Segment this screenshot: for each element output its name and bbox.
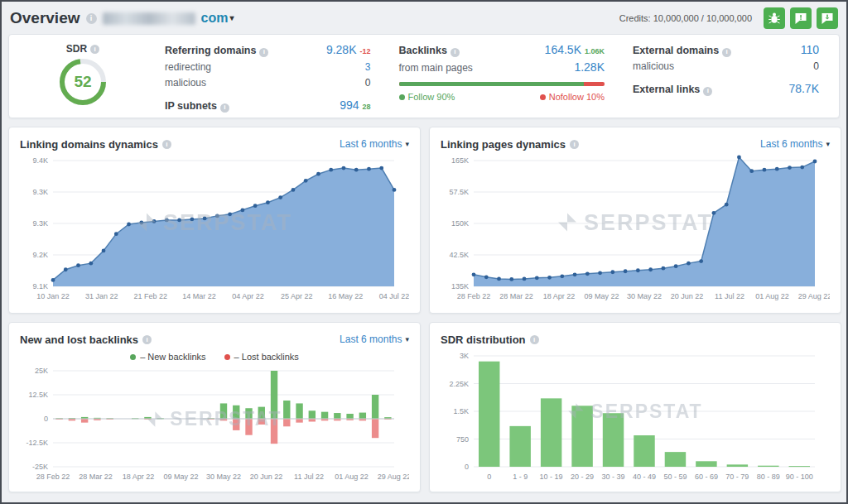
info-icon[interactable] <box>570 140 579 149</box>
referring-domains-value[interactable]: 9.28K <box>326 43 357 56</box>
malicious-label: malicious <box>165 76 206 89</box>
header-right: Credits: 10,000,000 / 10,000,000 <box>619 7 838 29</box>
svg-text:09 May 22: 09 May 22 <box>163 473 198 481</box>
sdr-gauge: 52 <box>58 57 108 107</box>
svg-text:165K: 165K <box>451 156 469 165</box>
svg-text:30 May 22: 30 May 22 <box>206 473 241 481</box>
period-selector[interactable]: Last 6 months ▾ <box>340 138 409 150</box>
info-icon[interactable] <box>162 140 171 149</box>
malicious-domains-row: malicious 0 <box>165 76 371 89</box>
new-backlinks-legend-label: – New backlinks <box>140 352 205 362</box>
domain-dropdown[interactable]: com ▾ <box>201 11 234 26</box>
nofollow-dot <box>540 94 546 100</box>
ip-subnets-value[interactable]: 994 <box>340 98 359 112</box>
sdr-block: SDR 52 <box>29 43 137 107</box>
svg-text:28 Mar 22: 28 Mar 22 <box>79 473 113 481</box>
svg-text:20 Jun 22: 20 Jun 22 <box>250 473 283 481</box>
external-domains-value[interactable]: 110 <box>801 43 819 56</box>
info-icon[interactable] <box>530 335 539 344</box>
feedback-button[interactable] <box>790 7 812 29</box>
svg-text:57.5K: 57.5K <box>449 188 469 196</box>
bug-icon <box>768 12 781 25</box>
backlinks-block: Backlinks 164.5K 1.06K from main pages 1… <box>399 43 605 102</box>
info-icon[interactable] <box>703 87 712 96</box>
svg-text:30 May 22: 30 May 22 <box>627 292 662 300</box>
external-block: External domains 110 malicious 0 Externa… <box>633 43 819 96</box>
external-domains-row: External domains 110 <box>633 43 819 57</box>
linking-pages-card: Linking pages dynamics Last 6 months ▾ S… <box>429 127 841 314</box>
referring-domains-block: Referring domains 9.28K -12 redirecting … <box>165 43 371 113</box>
from-main-pages-value[interactable]: 1.28K <box>574 60 605 74</box>
chevron-down-icon: ▾ <box>229 14 234 22</box>
info-icon[interactable] <box>722 48 731 57</box>
svg-text:1 - 9: 1 - 9 <box>513 473 528 481</box>
top-bar: Overview com ▾ Credits: 10,000,000 / 10,… <box>8 6 840 31</box>
svg-text:20 Jun 22: 20 Jun 22 <box>671 292 704 300</box>
follow-ratio-bar <box>399 82 605 86</box>
svg-text:31 Jan 22: 31 Jan 22 <box>85 292 118 300</box>
linking-pages-title: Linking pages dynamics <box>441 138 566 151</box>
redacted-domain <box>103 12 195 25</box>
svg-text:10 Jan 22: 10 Jan 22 <box>36 292 70 300</box>
malicious-links-row: malicious 0 <box>633 60 819 73</box>
ip-subnets-row: IP subnets 994 28 <box>165 98 371 113</box>
svg-text:20 - 29: 20 - 29 <box>571 473 594 481</box>
svg-text:10 - 19: 10 - 19 <box>540 473 563 481</box>
svg-text:16 May 22: 16 May 22 <box>328 292 363 300</box>
malicious-value: 0 <box>365 76 371 89</box>
svg-text:60 - 69: 60 - 69 <box>695 473 718 481</box>
info-icon[interactable] <box>90 45 99 54</box>
svg-text:30 - 39: 30 - 39 <box>602 473 625 481</box>
redirecting-value[interactable]: 3 <box>365 60 371 74</box>
lost-backlinks-dot <box>224 354 230 360</box>
page-title: Overview <box>10 9 80 27</box>
external-links-row: External links 78.7K <box>633 82 819 96</box>
info-icon[interactable] <box>142 335 152 344</box>
redirecting-label: redirecting <box>165 60 211 74</box>
svg-text:9.3K: 9.3K <box>32 219 48 228</box>
malicious-links-label: malicious <box>633 60 674 73</box>
info-icon[interactable] <box>220 103 229 113</box>
sdr-distribution-chart: SERPSTAT 3K2.25K1.5K750001 - 910 - 1920 … <box>441 349 830 483</box>
svg-text:0: 0 <box>487 473 491 481</box>
svg-text:50 - 59: 50 - 59 <box>663 473 687 481</box>
svg-text:25K: 25K <box>35 367 48 375</box>
info-icon[interactable] <box>86 13 97 24</box>
linking-pages-chart: SERPSTAT 165K57.5K150K42.5K135K28 Feb 22… <box>441 154 830 303</box>
svg-text:40 - 49: 40 - 49 <box>633 473 656 481</box>
external-domains-label: External domains <box>633 44 719 57</box>
svg-text:0: 0 <box>44 415 48 423</box>
backlinks-row: Backlinks 164.5K 1.06K <box>399 43 605 58</box>
follow-label: Follow 90% <box>408 92 455 102</box>
external-links-value[interactable]: 78.7K <box>788 82 819 95</box>
new-lost-backlinks-title: New and lost backlinks <box>20 334 138 346</box>
info-icon[interactable] <box>450 48 460 57</box>
info-icon[interactable] <box>259 48 268 57</box>
chat-download-icon <box>821 12 834 25</box>
svg-text:18 Apr 22: 18 Apr 22 <box>123 473 155 481</box>
new-lost-backlinks-card: New and lost backlinks Last 6 months ▾ –… <box>8 322 421 492</box>
summary-card: SDR 52 Referring domains 9.28K -12 redir <box>8 34 840 118</box>
backlinks-value[interactable]: 164.5K <box>545 43 581 56</box>
svg-text:9.2K: 9.2K <box>32 251 48 259</box>
ip-subnets-delta: 28 <box>362 100 370 113</box>
svg-text:3K: 3K <box>460 352 469 360</box>
header-left: Overview com ▾ <box>10 9 234 27</box>
svg-text:9.1K: 9.1K <box>32 282 48 290</box>
period-label: Last 6 months <box>340 334 402 345</box>
help-chat-button[interactable] <box>817 7 838 29</box>
svg-text:1.5K: 1.5K <box>453 407 469 415</box>
period-selector[interactable]: Last 6 months ▾ <box>760 138 830 150</box>
svg-text:12.5K: 12.5K <box>28 391 48 399</box>
svg-text:2.25K: 2.25K <box>449 380 469 388</box>
svg-text:25 Apr 22: 25 Apr 22 <box>281 292 313 300</box>
bug-report-button[interactable] <box>764 7 785 29</box>
svg-text:9.3K: 9.3K <box>32 188 48 196</box>
from-main-pages-label: from main pages <box>399 61 473 74</box>
from-main-pages-row: from main pages 1.28K <box>399 60 605 74</box>
sdr-distribution-card: SDR distribution SERPSTAT 3K2.25K1.5K750… <box>429 322 841 492</box>
svg-text:14 Mar 22: 14 Mar 22 <box>182 292 216 300</box>
period-selector[interactable]: Last 6 months ▾ <box>340 334 409 345</box>
svg-text:-25K: -25K <box>32 463 48 471</box>
chevron-down-icon: ▾ <box>405 336 409 343</box>
